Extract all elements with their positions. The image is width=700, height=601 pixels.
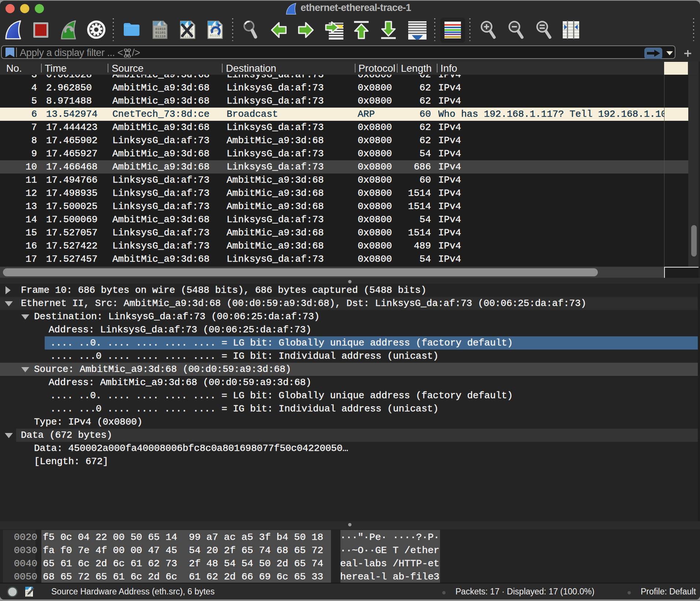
- svg-text:0110: 0110: [26, 595, 31, 597]
- svg-text:01110: 01110: [155, 34, 166, 38]
